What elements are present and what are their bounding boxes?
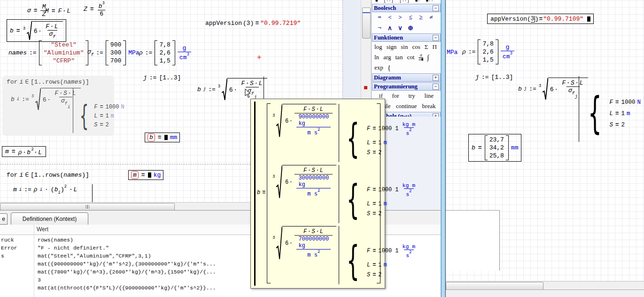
palette-header-boolesch[interactable]: Boolesch − — [372, 4, 441, 12]
value: 1 — [106, 113, 109, 119]
element2-icon[interactable]: ■·· — [426, 0, 433, 3]
try-button[interactable]: try — [408, 92, 415, 100]
integral-icon[interactable]: ∫ — [427, 54, 429, 62]
range-post: )] — [82, 78, 89, 86]
formula-sigmaf[interactable]: σf := 900 300 700 MPa — [87, 40, 140, 65]
subscript-f: f — [91, 53, 93, 57]
cube-root: 3 6· F·S·L σfi — [31, 88, 81, 110]
result-b-right[interactable]: b = 23,7 34,2 25,8 mm — [468, 134, 521, 162]
right-horizontal-scrollbar[interactable] — [446, 281, 644, 290]
palette-header-funktionen[interactable]: Funktionen − — [372, 33, 441, 42]
placeholder-square — [148, 172, 151, 178]
less-equal-button[interactable]: ≤ — [405, 14, 416, 21]
formula-bj-right[interactable]: bj := 3 6· F·S·L σfj — [518, 78, 588, 100]
formula-Z[interactable]: Z = b36 — [84, 1, 107, 17]
for-header: for i ∈ [1..rows(names)] — [7, 78, 89, 86]
formula-appversion-left[interactable]: appVersion(3)="0.99.7219" — [205, 20, 301, 27]
formula-names[interactable]: names := "Steel" "Aluminium" "CFRP" — [8, 40, 88, 65]
column-header-wert[interactable]: Wert — [37, 226, 48, 233]
line-button[interactable]: line — [425, 92, 434, 100]
tab-partial[interactable]: e — [0, 213, 8, 225]
break-button[interactable]: break — [422, 102, 436, 110]
palette-header-programmierung[interactable]: Programmierung − — [372, 82, 441, 91]
unit-fraction: kg ms2 — [401, 182, 418, 197]
scrollbar-thumb[interactable] — [0, 203, 175, 211]
tab-definitionen-kontext[interactable]: Definitionen (Kontext) — [11, 212, 88, 225]
formula-j-right[interactable]: j := [1..3] — [475, 74, 513, 81]
unit-m: m — [384, 140, 387, 146]
ln-button[interactable]: ln — [374, 54, 379, 61]
range2-icon[interactable]: [··] — [399, 0, 410, 3]
formula-rho-right[interactable]: ρ := 7,8 2,6 1,5 g cm3 — [462, 39, 514, 64]
sin-button[interactable]: sin — [401, 43, 408, 51]
formula-rho[interactable]: ρ := 7,8 2,6 1,5 g cm3 — [139, 40, 191, 65]
sum-icon[interactable]: Σ — [425, 43, 428, 51]
window-splitter[interactable] — [441, 0, 445, 297]
less-than-button[interactable]: < — [385, 14, 395, 21]
collapse-toggle[interactable]: − — [433, 35, 439, 41]
for-loop-block[interactable]: for i ∈ [1..rows(names)] bi := 3 6· F·S·… — [2, 76, 114, 136]
cos-button[interactable]: cos — [412, 43, 420, 51]
not-button[interactable]: ¬ — [374, 24, 385, 31]
var-L: L — [610, 110, 613, 117]
xor-button[interactable]: ⊕ — [405, 24, 416, 32]
var-L: L — [367, 262, 370, 268]
unit-mpa[interactable]: MPa — [447, 49, 458, 56]
var-rho: ρ — [34, 186, 38, 193]
equals-op: = — [141, 172, 146, 179]
range-icon[interactable]: [··] — [383, 0, 394, 3]
scrollbar-thumb[interactable] — [362, 8, 371, 39]
assign-op: := — [29, 49, 37, 56]
greater-than-button[interactable]: > — [395, 14, 405, 21]
and-button[interactable]: ∧ — [385, 24, 395, 32]
subscript-j: j — [524, 86, 527, 91]
log-button[interactable]: log — [374, 43, 382, 51]
formula-sigma[interactable]: σ = MZ — [27, 3, 47, 18]
scrollbar-thumb[interactable] — [446, 282, 543, 290]
arg-button[interactable]: arg — [383, 54, 391, 61]
var-F: F — [94, 104, 97, 110]
product-icon[interactable]: Π — [432, 43, 436, 51]
cases-icon[interactable]: { — [388, 64, 391, 72]
denominator: 300000000 kg m s2 — [295, 174, 333, 197]
not-equal-button[interactable]: ≠ — [426, 14, 436, 21]
element-icon[interactable]: ■· — [415, 0, 420, 3]
formula-M[interactable]: M = F·L — [45, 8, 71, 15]
cot-button[interactable]: cot — [407, 54, 414, 61]
matrix-icon[interactable]: ■ — [375, 0, 378, 3]
fraction: F·S·L σfj — [239, 80, 265, 100]
exp-button[interactable]: exp — [374, 64, 383, 71]
for-button[interactable]: for — [392, 92, 399, 100]
collapse-toggle[interactable]: + — [433, 75, 439, 81]
collapse-toggle[interactable]: − — [433, 84, 439, 90]
var-F: F — [610, 99, 613, 106]
result-m-left[interactable]: m = kg — [128, 170, 163, 180]
result-b-left[interactable]: b = mm — [145, 133, 180, 142]
error-var-m: m — [131, 171, 139, 179]
formula-j-left[interactable]: j := [1..3] — [143, 74, 181, 81]
unit-cm: cm — [179, 54, 187, 61]
formula-b-boxed[interactable]: b = 3 6· F·L σf — [7, 19, 66, 42]
var-F: F — [367, 187, 370, 193]
formula-appversion-right[interactable]: appVersion(3)="0.99.7109" — [487, 14, 594, 24]
denominator: 700000000 kg m s2 — [295, 235, 333, 258]
root-index: 3 — [23, 26, 25, 31]
condition-bar — [339, 165, 339, 223]
derivative-icon[interactable]: dd — [419, 54, 423, 62]
row-value: mat(at(nthroot(6*{F*S*L}/{{900000000*'kg… — [38, 285, 216, 291]
equals-op: = — [372, 211, 376, 217]
or-button[interactable]: ∨ — [395, 24, 405, 32]
matrix: 23,7 34,2 25,8 — [485, 135, 509, 160]
sign-button[interactable]: sign — [387, 43, 397, 51]
for-header-2[interactable]: for i ∈ [1..rows(names)] — [7, 171, 89, 179]
formula-mi[interactable]: mi := ρi · (bi)2 ·L — [13, 184, 78, 195]
palette-header-diagramm[interactable]: Diagramm + — [372, 73, 441, 82]
error-marker[interactable] — [364, 86, 367, 89]
tan-button[interactable]: tan — [396, 54, 403, 61]
formula-m-boxed[interactable]: m = ρ·b2·L — [2, 146, 46, 157]
greater-equal-button[interactable]: ≥ — [416, 14, 426, 21]
collapse-toggle[interactable]: − — [433, 5, 439, 11]
value: 2 — [621, 122, 625, 128]
equals-button[interactable]: = — [374, 14, 385, 21]
formula-bj-left[interactable]: bj := 3 6· F·S·L σfj — [197, 78, 267, 101]
